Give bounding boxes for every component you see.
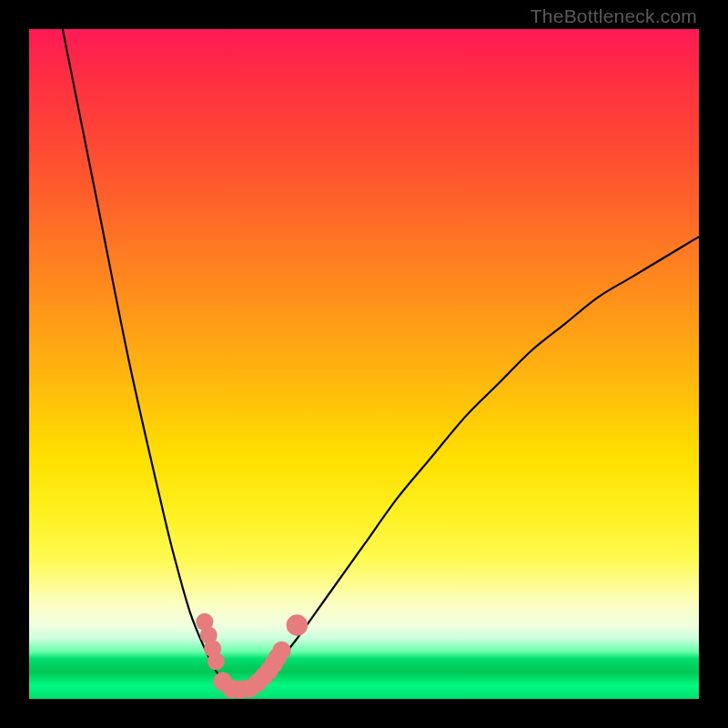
bottleneck-curve: [63, 29, 699, 692]
chart-frame: TheBottleneck.com: [0, 0, 728, 728]
curve-layer: [29, 29, 699, 699]
plot-area: [29, 29, 699, 699]
data-marker: [287, 614, 308, 636]
data-marker: [272, 642, 291, 661]
data-marker: [207, 652, 225, 670]
watermark-text: TheBottleneck.com: [531, 5, 697, 27]
